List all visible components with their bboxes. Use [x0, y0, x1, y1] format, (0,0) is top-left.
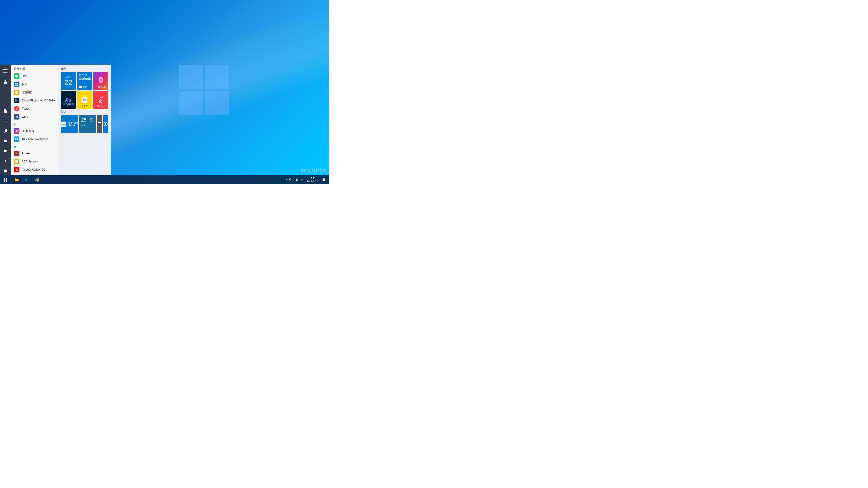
svg-point-5	[6, 131, 7, 132]
video-icon[interactable]	[1, 147, 10, 156]
photoshop-icon-mu: Ps	[14, 98, 20, 103]
weather-low: 22°	[90, 120, 93, 123]
taskbar-explorer[interactable]	[12, 175, 22, 184]
music-icon[interactable]	[1, 127, 10, 135]
explorer-icon	[14, 90, 20, 95]
taskbar-edge-icon	[25, 177, 29, 182]
svg-rect-2	[3, 72, 7, 72]
app-item-itunes-mu[interactable]: iTunes	[11, 105, 58, 113]
svg-point-3	[4, 80, 6, 82]
start-icon	[3, 178, 7, 182]
svg-point-9	[5, 160, 6, 162]
svg-text:3D: 3D	[16, 130, 19, 132]
section-hash: #	[11, 121, 58, 127]
tile-calendar[interactable]: 星期三 22	[61, 72, 76, 90]
app-item-word[interactable]: W Word	[11, 113, 58, 121]
tile-calculator[interactable]	[97, 115, 102, 133]
tile-photoshop[interactable]: Ps Adobe Photoshop C...	[61, 91, 76, 109]
notification-center[interactable]	[320, 175, 327, 184]
svg-rect-47	[295, 180, 296, 181]
settings-icon[interactable]	[1, 156, 10, 165]
itunes-icon	[96, 96, 105, 104]
start-button[interactable]	[0, 175, 11, 184]
app-item-adobe[interactable]: Adobe ›	[11, 174, 58, 175]
tray-expand[interactable]: ⌃	[285, 179, 287, 181]
tile-paint3d[interactable]: 小畫家 3D	[93, 72, 108, 90]
downloads-icon[interactable]	[1, 117, 10, 126]
app-name-itunes-mu: iTunes	[22, 107, 30, 110]
adobe-icon	[14, 175, 20, 175]
svg-point-34	[100, 125, 101, 126]
svg-point-18	[99, 78, 102, 82]
language-indicator[interactable]: 英	[300, 178, 304, 182]
app-name-line: LINE	[22, 74, 28, 78]
svg-rect-0	[3, 69, 7, 70]
svg-point-4	[4, 132, 5, 133]
photos-icon	[14, 82, 20, 87]
documents-icon[interactable]	[1, 107, 10, 116]
line-icon	[14, 73, 20, 79]
section-a: A	[11, 143, 58, 149]
store-icon	[61, 120, 67, 129]
app-item-access[interactable]: A Access	[11, 149, 58, 158]
app-item-line[interactable]: LINE	[11, 72, 58, 80]
app-item-4kvideo[interactable]: 4K Video Downloader	[11, 135, 58, 143]
volume-icon[interactable]	[288, 178, 293, 182]
svg-point-29	[98, 124, 99, 125]
notes-icon	[81, 96, 88, 103]
photos-sidebar-icon[interactable]	[1, 136, 10, 145]
app-item-acd[interactable]: A ACD Systems ›	[11, 158, 58, 166]
outlook-mail-text: 郵件	[83, 85, 88, 88]
system-tray: ⌃ 英 15:41 2019/5/22	[285, 175, 329, 184]
svg-point-30	[99, 124, 100, 125]
hamburger-menu-icon[interactable]	[1, 66, 10, 75]
acrobat-icon	[14, 167, 20, 172]
taskbar: ⌃ 英 15:41 2019/5/22	[0, 175, 329, 184]
taskbar-edge[interactable]	[22, 175, 32, 184]
app-name-acrobat: Acrobat Reader DC	[22, 168, 45, 171]
tiles-area: 創作 星期三 22 我們支援 Outlook 郵件	[58, 65, 111, 175]
weather-temp: 25°	[81, 117, 89, 123]
desktop: 最常使用 LINE 相片 檔案總管	[0, 0, 329, 184]
power-icon[interactable]	[1, 166, 10, 175]
svg-point-33	[99, 125, 100, 126]
tile-notes[interactable]: 記事本	[77, 91, 92, 109]
app-item-explorer[interactable]: 檔案總管	[11, 88, 58, 96]
4kvideo-icon	[14, 136, 20, 142]
svg-rect-1	[3, 71, 7, 71]
remote-icon: ▲ ▼	[103, 122, 108, 126]
app-item-3dviewer[interactable]: 3D 3D 檢視器	[11, 127, 58, 135]
start-sidebar	[0, 65, 11, 175]
svg-point-26	[100, 101, 101, 102]
tile-weather[interactable]: 25° 27° 22° 台北	[79, 115, 96, 133]
tiles-row-3: Microsoft Store 25° 27° 22° 台北	[61, 115, 108, 133]
outlook-label: Outlook	[79, 77, 90, 80]
svg-text:▲: ▲	[105, 122, 106, 123]
app-name-3dviewer: 3D 檢視器	[22, 129, 34, 133]
start-menu: 最常使用 LINE 相片 檔案總管	[0, 65, 111, 175]
search-label: 搜索	[61, 110, 108, 114]
taskbar-chrome-icon	[35, 177, 40, 182]
app-name-4kvideo: 4K Video Downloader	[22, 138, 48, 141]
clock-date: 2019/5/22	[307, 180, 318, 183]
tile-outlook[interactable]: 我們支援 Outlook 郵件	[77, 72, 92, 90]
weather-high: 27°	[90, 118, 93, 120]
app-item-acrobat[interactable]: Acrobat Reader DC	[11, 166, 58, 174]
taskbar-chrome[interactable]	[33, 175, 42, 184]
svg-rect-28	[98, 123, 101, 124]
svg-rect-13	[18, 138, 18, 140]
svg-rect-23	[83, 100, 85, 101]
svg-rect-39	[4, 178, 5, 180]
tile-itunes[interactable]: iTunes	[93, 91, 108, 109]
svg-rect-49	[296, 179, 297, 181]
app-item-photoshop-mu[interactable]: Ps Adobe Photoshop CC 2019	[11, 96, 58, 105]
taskbar-clock[interactable]: 15:41 2019/5/22	[305, 177, 320, 183]
user-avatar[interactable]	[1, 77, 10, 86]
tile-store[interactable]: Microsoft Store	[61, 115, 78, 133]
app-name-acd: ACD Systems	[22, 160, 39, 163]
itunes-label: iTunes	[93, 105, 108, 107]
app-item-photos[interactable]: 相片	[11, 80, 58, 88]
tile-remote[interactable]: ▲ ▼	[103, 115, 108, 133]
network-icon[interactable]	[294, 178, 299, 182]
most-used-label: 最常使用	[11, 65, 58, 72]
